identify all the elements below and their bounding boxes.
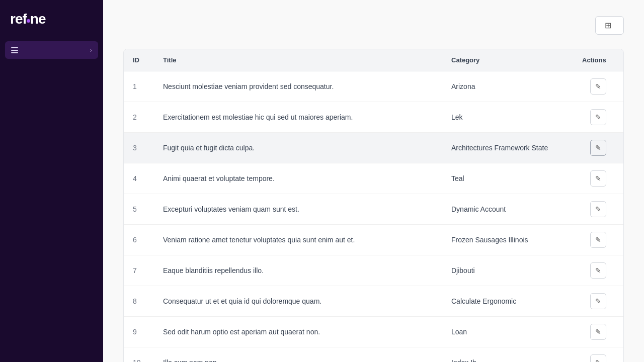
cell-actions: ✎ <box>573 71 623 102</box>
logo-dot <box>27 19 30 23</box>
cell-category: Teal <box>442 163 573 194</box>
table-row: 3 Fugit quia et fugit dicta culpa. Archi… <box>124 133 623 163</box>
cell-title: Animi quaerat et voluptate tempore. <box>154 163 442 194</box>
cell-id: 8 <box>124 286 154 317</box>
edit-icon: ✎ <box>595 328 601 336</box>
cell-title: Sed odit harum optio est aperiam aut qua… <box>154 317 442 347</box>
cell-title: Consequatur ut et et quia id qui dolorem… <box>154 286 442 317</box>
cell-id: 3 <box>124 133 154 163</box>
cell-actions: ✎ <box>573 102 623 133</box>
cell-id: 4 <box>124 163 154 194</box>
main-content: ⊞ ID Title Category Actions 1 Nesciunt m… <box>103 0 644 362</box>
edit-button[interactable]: ✎ <box>590 201 606 217</box>
table-row: 10 Illo cum nam non. Index Ib ✎ <box>124 347 623 363</box>
logo: refne <box>0 0 103 41</box>
cell-id: 7 <box>124 255 154 286</box>
sidebar-bottom <box>0 337 103 362</box>
cell-category: Lek <box>442 102 573 133</box>
table-row: 9 Sed odit harum optio est aperiam aut q… <box>124 317 623 347</box>
table-row: 4 Animi quaerat et voluptate tempore. Te… <box>124 163 623 194</box>
cell-category: Dynamic Account <box>442 194 573 225</box>
cell-id: 1 <box>124 71 154 102</box>
cell-id: 2 <box>124 102 154 133</box>
table-row: 7 Eaque blanditiis repellendus illo. Dji… <box>124 255 623 286</box>
edit-icon: ✎ <box>595 144 601 152</box>
edit-icon: ✎ <box>595 236 601 244</box>
edit-icon: ✎ <box>595 174 601 183</box>
col-header-title: Title <box>154 49 442 71</box>
edit-button[interactable]: ✎ <box>590 140 606 156</box>
edit-button[interactable]: ✎ <box>590 262 606 279</box>
chevron-right-icon: › <box>90 46 92 54</box>
cell-actions: ✎ <box>573 286 623 317</box>
table-row: 8 Consequatur ut et et quia id qui dolor… <box>124 286 623 317</box>
col-header-id: ID <box>124 49 154 71</box>
cell-category: Index Ib <box>442 347 573 363</box>
cell-title: Eaque blanditiis repellendus illo. <box>154 255 442 286</box>
table-row: 2 Exercitationem est molestiae hic qui s… <box>124 102 623 133</box>
edit-icon: ✎ <box>595 266 601 275</box>
cell-category: Calculate Ergonomic <box>442 286 573 317</box>
table-row: 5 Excepturi voluptates veniam quam sunt … <box>124 194 623 225</box>
plus-icon: ⊞ <box>605 21 611 30</box>
table-header-row: ID Title Category Actions <box>124 49 623 71</box>
cell-category: Architectures Framework State <box>442 133 573 163</box>
col-header-actions: Actions <box>573 49 623 71</box>
col-header-category: Category <box>442 49 573 71</box>
cell-actions: ✎ <box>573 163 623 194</box>
edit-button[interactable]: ✎ <box>590 78 606 95</box>
posts-table-wrap: ID Title Category Actions 1 Nesciunt mol… <box>123 49 624 362</box>
sidebar-item-posts[interactable]: › <box>5 41 98 59</box>
edit-icon: ✎ <box>595 113 601 121</box>
cell-id: 5 <box>124 194 154 225</box>
cell-actions: ✎ <box>573 194 623 225</box>
cell-actions: ✎ <box>573 133 623 163</box>
cell-title: Nesciunt molestiae veniam provident sed … <box>154 71 442 102</box>
cell-actions: ✎ <box>573 317 623 347</box>
page-header: ⊞ <box>123 16 624 35</box>
edit-button[interactable]: ✎ <box>590 354 606 362</box>
table-row: 1 Nesciunt molestiae veniam provident se… <box>124 71 623 102</box>
cell-actions: ✎ <box>573 347 623 363</box>
cell-id: 10 <box>124 347 154 363</box>
table-row: 6 Veniam ratione amet tenetur voluptates… <box>124 225 623 255</box>
edit-button[interactable]: ✎ <box>590 232 606 248</box>
cell-category: Loan <box>442 317 573 347</box>
edit-icon: ✎ <box>595 205 601 213</box>
hamburger-icon <box>11 47 18 53</box>
cell-title: Exercitationem est molestiae hic qui sed… <box>154 102 442 133</box>
cell-category: Djibouti <box>442 255 573 286</box>
sidebar-back-button[interactable] <box>10 350 18 354</box>
edit-button[interactable]: ✎ <box>590 293 606 309</box>
cell-id: 6 <box>124 225 154 255</box>
sidebar-nav: › <box>0 41 103 59</box>
create-button[interactable]: ⊞ <box>595 16 624 35</box>
edit-button[interactable]: ✎ <box>590 170 606 187</box>
cell-title: Fugit quia et fugit dicta culpa. <box>154 133 442 163</box>
cell-title: Illo cum nam non. <box>154 347 442 363</box>
posts-table: ID Title Category Actions 1 Nesciunt mol… <box>124 49 623 362</box>
cell-category: Frozen Sausages Illinois <box>442 225 573 255</box>
edit-icon: ✎ <box>595 297 601 305</box>
cell-id: 9 <box>124 317 154 347</box>
edit-button[interactable]: ✎ <box>590 324 606 340</box>
cell-title: Veniam ratione amet tenetur voluptates q… <box>154 225 442 255</box>
edit-icon: ✎ <box>595 358 601 362</box>
cell-actions: ✎ <box>573 255 623 286</box>
cell-category: Arizona <box>442 71 573 102</box>
table-body: 1 Nesciunt molestiae veniam provident se… <box>124 71 623 363</box>
sidebar: refne › <box>0 0 103 362</box>
edit-icon: ✎ <box>595 82 601 90</box>
cell-title: Excepturi voluptates veniam quam sunt es… <box>154 194 442 225</box>
edit-button[interactable]: ✎ <box>590 109 606 125</box>
cell-actions: ✎ <box>573 225 623 255</box>
